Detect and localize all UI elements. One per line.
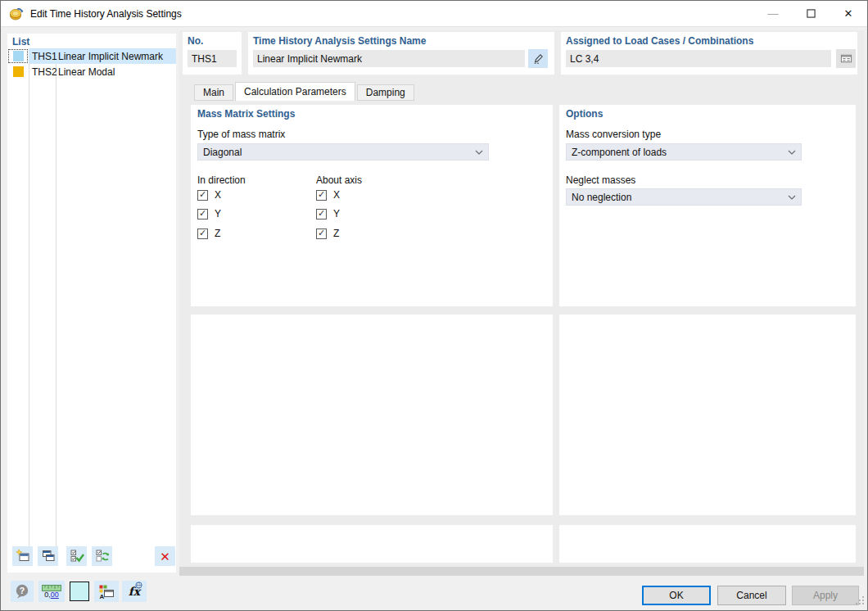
checkbox-label: Y (333, 208, 340, 220)
titlebar: Edit Time History Analysis Settings — ✕ (1, 1, 867, 27)
in-direction-label: In direction (197, 174, 246, 186)
list-toolbar: ✕ (7, 546, 176, 568)
checkbox-about-axis-y[interactable]: ✓ Y (316, 208, 340, 220)
name-field[interactable]: Linear Implicit Newmark (253, 50, 525, 67)
mass-matrix-settings-header: Mass Matrix Settings (197, 108, 295, 120)
svg-text:?: ? (20, 586, 25, 595)
app-icon (9, 7, 24, 21)
cancel-button[interactable]: Cancel (717, 586, 786, 605)
checkbox-in-direction-y[interactable]: ✓ Y (197, 208, 221, 220)
tab-label: Main (203, 87, 224, 98)
list-item-ths2[interactable]: THS2 Linear Modal (7, 64, 176, 79)
svg-text:A: A (100, 593, 105, 600)
checkbox-label: Z (215, 228, 220, 239)
checkbox-label: Y (215, 208, 221, 220)
type-of-mass-matrix-dropdown[interactable]: Diagonal (197, 143, 489, 161)
ok-button[interactable]: OK (642, 586, 711, 605)
formula-button[interactable]: fx (122, 581, 147, 602)
checkbox-label: X (333, 189, 340, 201)
check-icon: ✓ (199, 190, 206, 199)
display-settings-button[interactable]: A (94, 581, 119, 602)
empty-panel (191, 525, 553, 563)
checkbox: ✓ (316, 229, 327, 239)
copy-entry-icon (41, 549, 56, 563)
color-swatch-cell (7, 64, 29, 79)
new-entry-button[interactable] (12, 546, 33, 566)
assign-load-cases-button[interactable] (836, 49, 856, 68)
neglect-masses-dropdown[interactable]: No neglection (566, 188, 802, 206)
checkbox: ✓ (197, 229, 208, 239)
assigned-panel: Assigned to Load Cases / Combinations LC… (561, 32, 857, 75)
list-item-name: Linear Implicit Newmark (56, 51, 176, 62)
copy-entry-button[interactable] (38, 546, 58, 566)
checkbox-label: Z (333, 228, 339, 239)
chevron-down-icon (475, 150, 483, 155)
check-icon: ✓ (318, 229, 325, 238)
close-icon[interactable]: ✕ (830, 1, 867, 26)
list-column-divider (29, 48, 29, 548)
pencil-icon (532, 52, 545, 65)
check-icon: ✓ (318, 190, 325, 199)
check-icon: ✓ (199, 209, 206, 218)
checkbox: ✓ (197, 190, 208, 201)
color-swatch (13, 66, 24, 77)
tab-damping[interactable]: Damping (357, 84, 414, 101)
empty-panel (559, 315, 856, 515)
checkbox-about-axis-z[interactable]: ✓ Z (316, 228, 339, 239)
caption-buttons: — ✕ (754, 1, 867, 26)
formula-icon: fx (129, 585, 140, 598)
name-panel: Time History Analysis Settings Name Line… (248, 32, 554, 75)
checkbox-about-axis-x[interactable]: ✓ X (316, 189, 340, 201)
toggle-selection-button[interactable] (92, 546, 112, 566)
mass-conversion-type-dropdown[interactable]: Z-component of loads (566, 143, 802, 161)
chevron-down-icon (788, 195, 796, 200)
color-swatch-cell (7, 48, 29, 64)
name-label: Time History Analysis Settings Name (253, 35, 426, 47)
type-of-mass-matrix-label: Type of mass matrix (197, 129, 285, 140)
no-field[interactable]: THS1 (188, 50, 237, 67)
maximize-icon[interactable] (792, 1, 830, 26)
tab-strip: Main Calculation Parameters Damping (194, 82, 414, 101)
assigned-label: Assigned to Load Cases / Combinations (566, 35, 753, 47)
checkbox: ✓ (316, 190, 327, 201)
list-item-name: Linear Modal (56, 66, 176, 78)
options-panel: Options Mass conversion type Z-component… (559, 105, 856, 306)
checkbox-label: X (215, 189, 221, 201)
tab-label: Calculation Parameters (244, 86, 346, 97)
checkbox-in-direction-x[interactable]: ✓ X (197, 189, 221, 201)
check-all-icon (70, 549, 84, 563)
dropdown-value: No neglection (572, 192, 788, 203)
analysis-settings-list-panel: List THS1 Linear Implicit Newmark THS2 L… (7, 34, 176, 573)
options-header: Options (566, 108, 603, 120)
checkbox: ✓ (316, 209, 327, 220)
color-picker-button[interactable] (70, 582, 89, 601)
about-axis-label: About axis (316, 174, 362, 186)
list-item-id: THS2 (29, 66, 56, 78)
content-bottom-edge (179, 567, 864, 576)
list-column-divider (56, 48, 57, 548)
window-title: Edit Time History Analysis Settings (30, 8, 182, 20)
empty-panel (191, 315, 553, 515)
dropdown-value: Diagonal (203, 147, 475, 158)
check-icon: ✓ (318, 209, 325, 218)
checkbox-in-direction-z[interactable]: ✓ Z (197, 228, 220, 239)
list-item-ths1[interactable]: THS1 Linear Implicit Newmark (7, 48, 176, 64)
rename-button[interactable] (528, 49, 548, 68)
resize-grip[interactable] (855, 595, 865, 608)
toggle-selection-icon (95, 549, 110, 563)
tab-main[interactable]: Main (194, 84, 233, 101)
no-label: No. (188, 35, 203, 47)
units-decimal-places-button[interactable]: 0,00 (38, 581, 65, 602)
no-panel: No. THS1 (183, 32, 242, 75)
new-entry-icon (16, 549, 30, 563)
dropdown-value: Z-component of loads (572, 147, 788, 158)
tab-calculation-parameters[interactable]: Calculation Parameters (235, 82, 355, 101)
help-button[interactable]: ? (11, 581, 34, 602)
dialog-edit-time-history-analysis-settings: Edit Time History Analysis Settings — ✕ … (0, 0, 868, 611)
check-all-button[interactable] (66, 546, 87, 566)
checkbox: ✓ (197, 209, 208, 220)
delete-entry-button[interactable]: ✕ (155, 546, 175, 566)
empty-panel (559, 525, 856, 563)
mass-matrix-settings-panel: Mass Matrix Settings Type of mass matrix… (191, 105, 553, 306)
assigned-field[interactable]: LC 3,4 (566, 50, 831, 67)
